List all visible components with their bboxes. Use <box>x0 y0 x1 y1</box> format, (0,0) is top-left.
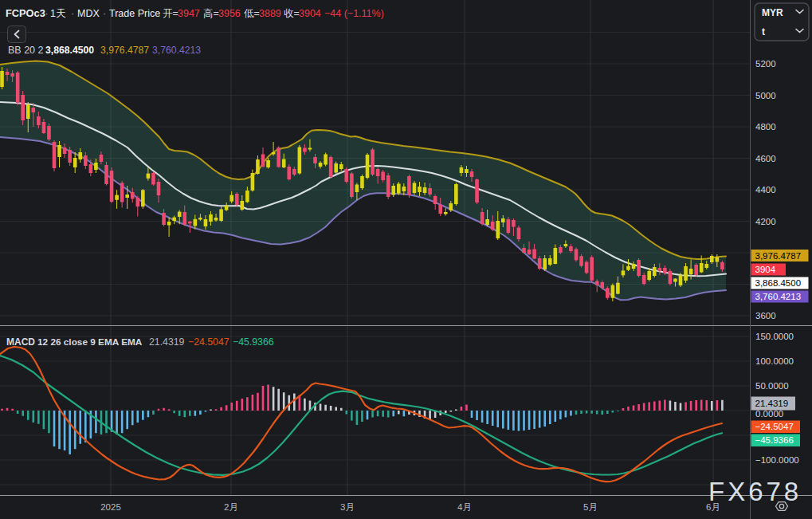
svg-text:高=: 高= <box>203 8 219 19</box>
svg-text:−45.9366: −45.9366 <box>233 336 274 348</box>
svg-text:MACD: MACD <box>6 336 35 348</box>
svg-text:3600: 3600 <box>755 311 776 320</box>
svg-text:−24.5047: −24.5047 <box>188 336 229 348</box>
svg-text:开=: 开= <box>163 8 178 19</box>
svg-text:5月: 5月 <box>583 502 598 512</box>
svg-text:3904: 3904 <box>299 8 321 19</box>
svg-text:5200: 5200 <box>755 59 776 69</box>
svg-text:21.4319: 21.4319 <box>755 399 789 408</box>
svg-text:1天: 1天 <box>50 8 66 19</box>
svg-text:2025: 2025 <box>100 502 121 512</box>
svg-text:3,760.4213: 3,760.4213 <box>755 292 802 301</box>
svg-text:4400: 4400 <box>755 185 776 195</box>
svg-text:12 26 close 9 EMA EMA: 12 26 close 9 EMA EMA <box>37 336 143 348</box>
svg-text:−45.9366: −45.9366 <box>755 435 794 445</box>
svg-text:FX678: FX678 <box>708 477 802 506</box>
svg-text:−44 (−1.11%): −44 (−1.11%) <box>324 8 384 19</box>
svg-text:t: t <box>762 26 765 37</box>
svg-text:2月: 2月 <box>224 502 238 512</box>
svg-text:FCPOc3: FCPOc3 <box>6 7 45 19</box>
svg-text:21.4319: 21.4319 <box>149 336 185 348</box>
svg-text:4800: 4800 <box>755 122 776 132</box>
svg-text:3,976.4787: 3,976.4787 <box>755 251 802 261</box>
svg-text:−24.5047: −24.5047 <box>755 422 794 431</box>
svg-text:低=: 低= <box>244 8 260 19</box>
svg-text:·: · <box>103 8 106 19</box>
svg-text:100.0000: 100.0000 <box>755 356 794 366</box>
svg-text:·: · <box>71 8 74 19</box>
svg-text:3月: 3月 <box>340 502 355 512</box>
svg-text:3889: 3889 <box>259 8 281 19</box>
svg-text:3947: 3947 <box>178 8 200 19</box>
svg-text:3904: 3904 <box>755 265 776 274</box>
svg-text:Trade Price: Trade Price <box>109 8 160 19</box>
svg-text:3,868.4500: 3,868.4500 <box>45 45 94 56</box>
svg-text:4600: 4600 <box>755 154 776 163</box>
svg-text:150.0000: 150.0000 <box>755 332 794 341</box>
svg-text:3,760.4213: 3,760.4213 <box>152 45 201 56</box>
svg-text:4200: 4200 <box>755 217 776 226</box>
svg-text:3,976.4787: 3,976.4787 <box>100 45 149 56</box>
svg-text:50.0000: 50.0000 <box>755 381 789 391</box>
svg-text:4月: 4月 <box>457 502 472 512</box>
svg-text:收=: 收= <box>284 8 300 19</box>
svg-text:MDX: MDX <box>77 8 100 19</box>
svg-text:BB 20 2: BB 20 2 <box>8 45 44 56</box>
svg-text:−100.0000: −100.0000 <box>755 455 799 465</box>
svg-text:3956: 3956 <box>218 8 241 19</box>
svg-text:5000: 5000 <box>755 91 776 100</box>
svg-text:3,868.4500: 3,868.4500 <box>755 278 802 288</box>
svg-text:0.0000: 0.0000 <box>755 409 783 419</box>
svg-text:MYR: MYR <box>762 7 783 18</box>
svg-text:·: · <box>45 8 49 19</box>
